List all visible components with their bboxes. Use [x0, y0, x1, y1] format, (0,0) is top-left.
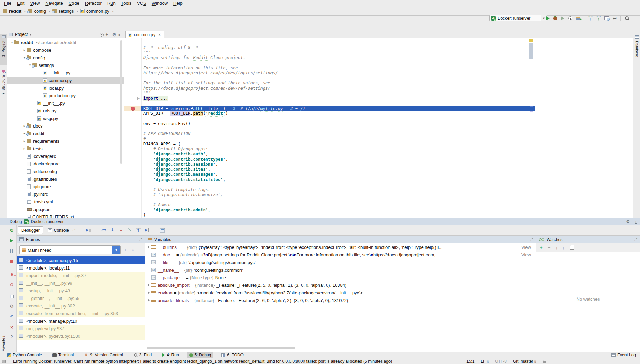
view-link[interactable]: View: [519, 252, 531, 257]
chevron-down-icon[interactable]: ▼: [112, 246, 120, 254]
restore-layout-icon[interactable]: [9, 294, 14, 299]
chevron-right-icon[interactable]: ▸: [22, 147, 27, 150]
view-link[interactable]: View: [519, 245, 531, 250]
close-icon[interactable]: ✕: [158, 33, 161, 37]
pin-icon[interactable]: →*: [137, 237, 142, 241]
variable-row-__doc__[interactable]: __doc__={unicode}u'\nDjango settings for…: [145, 251, 536, 259]
tree-item-config[interactable]: ▾config: [7, 54, 124, 61]
pause-icon[interactable]: [9, 248, 14, 254]
breadcrumb-reddit[interactable]: reddit: [3, 9, 21, 14]
copy-icon[interactable]: [570, 246, 573, 250]
tab-console[interactable]: Console→*: [45, 226, 79, 234]
sidebar-item-project[interactable]: 1: Project: [0, 34, 7, 65]
stripe-mark-current-line[interactable]: [530, 106, 533, 107]
sidebar-item-structure[interactable]: 7: Structure: [0, 68, 7, 103]
thread-select[interactable]: MainThread ▼: [19, 245, 121, 254]
breakpoint-icon[interactable]: [131, 107, 135, 111]
pin-icon[interactable]: →*: [632, 237, 637, 241]
variable-row-__builtins__[interactable]: __builtins__={dict}{'bytearray': <type '…: [145, 243, 536, 251]
tree-item-common.py[interactable]: common.py: [7, 77, 124, 84]
add-watch-icon[interactable]: [540, 245, 543, 251]
menu-edit[interactable]: Edit: [14, 1, 27, 6]
close-icon[interactable]: [9, 325, 14, 330]
tab-4-run[interactable]: 4: Run: [160, 352, 181, 358]
sidebar-item-database[interactable]: Database: [633, 34, 640, 65]
debug-window-header[interactable]: Debug Docker: runserver: [0, 218, 640, 225]
stack-frame[interactable]: __getattr__, __init__.py:55: [17, 294, 145, 302]
breadcrumb-settings[interactable]: settings: [52, 9, 74, 14]
evaluate-expression-icon[interactable]: [160, 228, 165, 233]
force-step-into-icon[interactable]: [118, 228, 124, 232]
stack-frame[interactable]: __init__, __init__.py:99: [17, 279, 145, 287]
chevron-right-icon[interactable]: [148, 299, 150, 302]
tree-item-reddit[interactable]: ▾reddit~/cookiecutter/reddit: [7, 39, 124, 46]
stack-frame[interactable]: run, pydevd.py:937: [17, 325, 145, 332]
tab-debugger[interactable]: Debugger: [18, 226, 43, 234]
show-execution-point-icon[interactable]: [86, 228, 91, 232]
pin-icon[interactable]: →*: [528, 237, 533, 241]
tree-item-.gitattributes[interactable]: .gitattributes: [7, 175, 124, 183]
remove-watch-icon[interactable]: [548, 245, 551, 251]
chevron-down-icon[interactable]: ▾: [30, 33, 31, 36]
locate-file-icon[interactable]: [100, 33, 104, 37]
smart-step-into-icon[interactable]: [127, 228, 132, 232]
view-breakpoints-icon[interactable]: [9, 272, 14, 277]
toolbox-icon[interactable]: [2, 360, 6, 363]
menu-run[interactable]: Run: [105, 1, 118, 6]
breadcrumb-common.py[interactable]: common.py: [80, 9, 109, 14]
lock-icon[interactable]: [543, 361, 546, 363]
menu-navigate[interactable]: Navigate: [42, 1, 66, 6]
tree-item-.gitignore[interactable]: .gitignore: [7, 183, 124, 190]
tree-item-tests[interactable]: ▸tests: [7, 145, 124, 152]
tree-item-app.json[interactable]: app.json: [7, 205, 124, 213]
code-area[interactable]: # -*- coding: utf-8 -*-"""Django setting…: [141, 45, 535, 233]
variable-row-unicode_literals[interactable]: unicode_literals={instance}_Feature: _Fe…: [145, 296, 536, 304]
fold-expand-icon[interactable]: +: [137, 97, 140, 100]
gear-icon[interactable]: [626, 219, 630, 224]
debugger-settings-icon[interactable]: [9, 303, 14, 309]
tree-item-wsgi.py[interactable]: wsgi.py: [7, 114, 124, 122]
menu-view[interactable]: View: [27, 1, 42, 6]
gear-icon[interactable]: [112, 32, 116, 37]
chevron-right-icon[interactable]: ▸: [22, 48, 27, 52]
step-over-icon[interactable]: [101, 228, 107, 232]
project-tree-scrollbar[interactable]: [120, 40, 122, 164]
hide-panel-icon[interactable]: [118, 32, 122, 37]
resume-icon[interactable]: [9, 238, 14, 243]
tree-item-__init__.py[interactable]: __init__.py: [7, 99, 124, 107]
stack-frame[interactable]: import_module, __init__.py:37: [17, 272, 145, 279]
status-message[interactable]: Error running Docker: runserver: Can't r…: [13, 359, 392, 364]
line-separator[interactable]: LF⇅: [481, 359, 489, 364]
breadcrumb-config[interactable]: config: [28, 9, 46, 14]
mute-breakpoints-icon[interactable]: [9, 282, 14, 287]
menu-file[interactable]: File: [1, 1, 14, 6]
variable-row-absolute_import[interactable]: absolute_import={instance}_Feature: _Fea…: [145, 281, 536, 289]
tree-item-urls.py[interactable]: urls.py: [7, 107, 124, 114]
tree-item-.pylintrc[interactable]: .pylintrc: [7, 190, 124, 198]
tab-event-log[interactable]: Event Log: [611, 353, 636, 357]
menu-code[interactable]: Code: [66, 1, 82, 6]
tree-item-production.py[interactable]: production.py: [7, 92, 124, 99]
chevron-down-icon[interactable]: ▾: [10, 41, 14, 44]
variables-hscrollbar[interactable]: [147, 347, 295, 349]
variable-row-__name__[interactable]: __name__={str}'config.settings.common': [145, 266, 536, 274]
previous-frame-icon[interactable]: ↑: [124, 247, 127, 252]
tab-3-find[interactable]: 3: Find: [131, 352, 154, 358]
tree-item-local.py[interactable]: local.py: [7, 84, 124, 92]
tree-item-compose[interactable]: ▸compose: [7, 46, 124, 54]
editor-tab-common-py[interactable]: common.py ✕: [125, 31, 164, 38]
stack-frame[interactable]: execute_from_command_line, __init__.py:3…: [17, 310, 145, 317]
variable-row-environ[interactable]: environ={module}<module 'environ' from '…: [145, 289, 536, 296]
indexing-icon[interactable]: [552, 360, 555, 363]
stack-frame[interactable]: _setup, __init__.py:43: [17, 287, 145, 294]
variable-row-__file__[interactable]: __file__={str}'/app/config/settings/comm…: [145, 259, 536, 266]
help-icon[interactable]: [9, 334, 14, 340]
pin-tab-icon[interactable]: [9, 313, 14, 318]
file-encoding[interactable]: UTF-8: [495, 359, 507, 364]
editor-scrollbar[interactable]: [529, 43, 533, 59]
rerun-icon[interactable]: [9, 228, 14, 233]
next-frame-icon[interactable]: ↓: [132, 247, 134, 252]
tree-item-.coveragerc[interactable]: .coveragerc: [7, 152, 124, 160]
run-to-cursor-icon[interactable]: [144, 228, 150, 232]
tab-terminal[interactable]: Terminal: [50, 352, 76, 358]
